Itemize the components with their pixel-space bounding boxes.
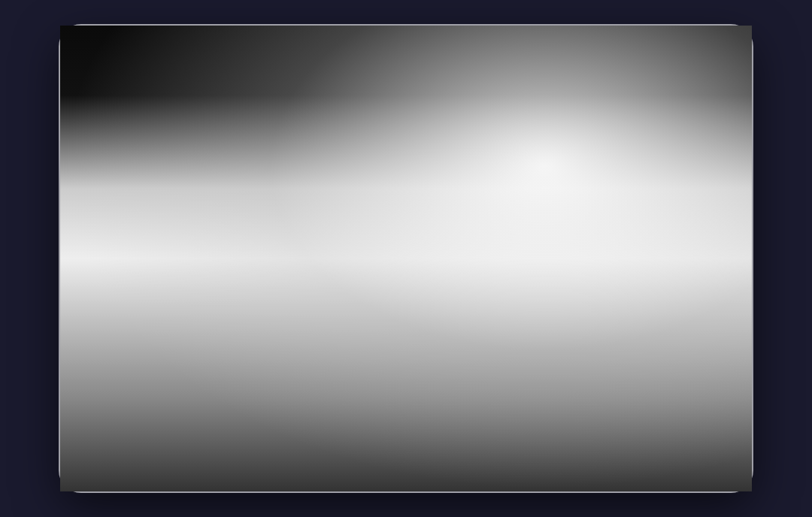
- main-content: Edit Mailboxes All Inboxes: [68, 50, 744, 484]
- arctic-image-container: [406, 240, 662, 361]
- email-detail: AM Andrew Mulligan To: Mariana Cc: Grant…: [391, 50, 744, 484]
- arctic-image: [406, 240, 662, 361]
- detail-content: AM Andrew Mulligan To: Mariana Cc: Grant…: [391, 77, 744, 454]
